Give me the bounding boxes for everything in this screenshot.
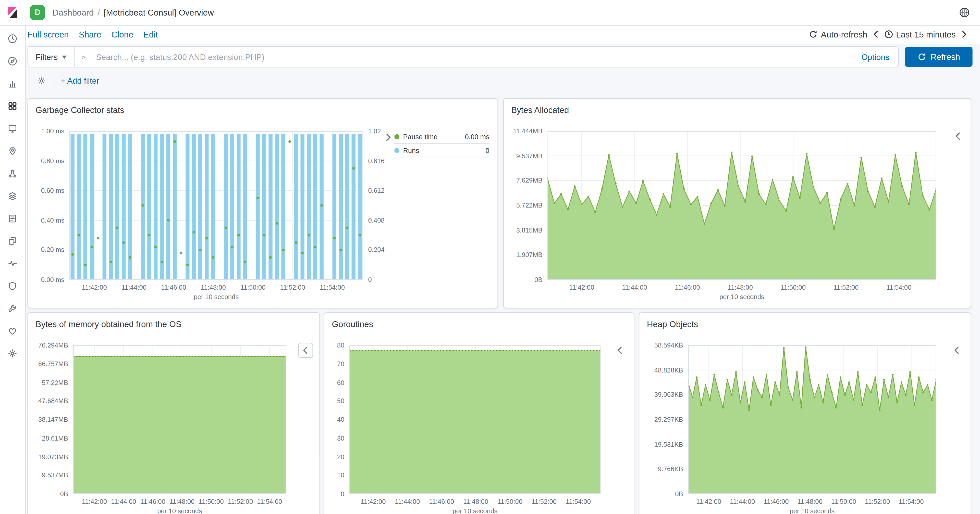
add-filter-link[interactable]: + Add filter xyxy=(61,76,99,86)
axis-label: 0.60 ms xyxy=(28,186,64,195)
axis-label: 0.80 ms xyxy=(28,157,64,165)
memory-os-chart: 76.294MB66.757MB57.22MB47.684MB38.147MB2… xyxy=(28,345,295,514)
siem-icon[interactable] xyxy=(4,277,21,295)
legend-expand-chevron-icon[interactable] xyxy=(952,130,964,142)
axis-label: 0.40 ms xyxy=(28,216,64,224)
visualize-icon[interactable] xyxy=(4,75,21,92)
refresh-button[interactable]: Refresh xyxy=(905,47,972,67)
panel-title: Goroutines xyxy=(332,320,373,329)
full-screen-link[interactable]: Full screen xyxy=(27,30,69,39)
help-icon[interactable] xyxy=(956,4,973,21)
panel-bytes-allocated: Bytes Allocated 11.444MB9.537MB7.629MB5.… xyxy=(503,98,971,308)
axis-label: 11:44:00 xyxy=(614,284,655,292)
axis-label: 11:54:00 xyxy=(879,284,919,292)
logs-icon[interactable] xyxy=(4,210,21,227)
dashboard-icon[interactable] xyxy=(4,97,21,115)
time-back-chevron-icon[interactable] xyxy=(867,30,884,39)
panel-title: Garbage Collector stats xyxy=(36,106,124,115)
axis-label: 11:54:00 xyxy=(312,284,352,292)
axis-label: 20 xyxy=(325,453,344,461)
axis-label: 0.408 xyxy=(368,216,384,224)
chart-plot-area[interactable] xyxy=(349,345,600,494)
space-avatar[interactable]: D xyxy=(30,5,45,20)
axis-label: 19.531KB xyxy=(639,440,683,449)
axis-label: 1.00 ms xyxy=(28,127,64,135)
legend-expand-chevron-icon[interactable] xyxy=(951,344,963,357)
legend-collapse-chevron-icon[interactable] xyxy=(382,131,394,144)
breadcrumb[interactable]: Dashboard xyxy=(52,8,94,17)
divider xyxy=(54,76,54,86)
axis-label: 11:52:00 xyxy=(272,284,313,292)
legend-expand-chevron-icon[interactable] xyxy=(614,344,626,357)
auto-refresh-icon xyxy=(809,30,818,39)
bytes-allocated-chart: 11.444MB9.537MB7.629MB5.722MB3.815MB1.90… xyxy=(504,131,945,303)
axis-label: 19.073MB xyxy=(28,453,68,461)
kibana-logo[interactable] xyxy=(0,0,25,25)
clone-link[interactable]: Clone xyxy=(111,30,133,39)
axis-label: 80 xyxy=(325,341,344,349)
axis-label: 11:46:00 xyxy=(154,284,194,292)
axis-label: 11:46:00 xyxy=(667,284,708,292)
axis-label: 60 xyxy=(325,378,344,387)
axis-label: 1.907MB xyxy=(504,251,542,259)
edit-link[interactable]: Edit xyxy=(143,30,158,39)
chart-plot-area[interactable] xyxy=(688,345,936,494)
axis-label: per 10 seconds xyxy=(69,293,363,301)
axis-label: 50 xyxy=(325,397,344,405)
apm-icon[interactable] xyxy=(4,232,21,250)
axis-label: 10 xyxy=(325,471,344,479)
recently-viewed-icon[interactable] xyxy=(4,30,21,48)
axis-label: 76.294MB xyxy=(28,341,68,349)
panel-heap-objects: Heap Objects 58.594KB48.828KB39.063KB29.… xyxy=(639,312,971,514)
discover-icon[interactable] xyxy=(4,52,21,70)
axis-label: per 10 seconds xyxy=(349,507,600,514)
dev-tools-icon[interactable] xyxy=(4,300,21,317)
filter-settings-gear-icon[interactable] xyxy=(34,73,49,89)
axis-label: 9.537MB xyxy=(28,471,68,479)
auto-refresh-button[interactable]: Auto-refresh xyxy=(809,30,867,39)
axis-label: 57.22MB xyxy=(28,378,68,387)
uptime-icon[interactable] xyxy=(4,255,21,272)
search-input[interactable] xyxy=(95,46,853,67)
kibana-app: D Dashboard / [Metricbeat Consul] Overvi… xyxy=(0,0,980,514)
legend-item-runs[interactable]: Runs 0 xyxy=(394,144,489,157)
stack-monitoring-icon[interactable] xyxy=(4,322,21,340)
chart-plot-area[interactable] xyxy=(69,131,363,280)
machine-learning-icon[interactable] xyxy=(4,165,21,182)
panel-title: Bytes Allocated xyxy=(511,106,569,115)
share-link[interactable]: Share xyxy=(79,30,101,39)
axis-label: 0B xyxy=(504,276,542,284)
query-bar: Filters >_ Options Refresh xyxy=(25,44,980,70)
axis-label: 0B xyxy=(639,490,683,498)
axis-label: 47.684MB xyxy=(28,397,68,405)
time-range-picker[interactable]: Last 15 minutes xyxy=(884,30,956,39)
axis-label: 11:54:00 xyxy=(891,498,931,506)
dashboard-grid: Garbage Collector stats 1.00 ms0.80 ms0.… xyxy=(25,92,980,514)
axis-label: 9.537MB xyxy=(504,152,542,160)
gc-stats-chart: 1.00 ms0.80 ms0.60 ms0.40 ms0.20 ms0.00 … xyxy=(28,131,393,303)
axis-label: 28.61MB xyxy=(28,434,68,443)
infrastructure-icon[interactable] xyxy=(4,187,21,205)
canvas-icon[interactable] xyxy=(4,120,21,137)
heap-objects-chart: 58.594KB48.828KB39.063KB29.297KB19.531KB… xyxy=(639,345,945,514)
management-gear-icon[interactable] xyxy=(4,345,21,362)
filters-caret-icon xyxy=(62,56,67,59)
dashboard-toolbar: Full screen Share Clone Edit Auto-refres… xyxy=(25,25,980,44)
maps-icon[interactable] xyxy=(4,142,21,160)
axis-label: 11:42:00 xyxy=(74,284,115,292)
refresh-icon xyxy=(918,52,926,61)
legend-item-pause-time[interactable]: Pause time 0.00 ms xyxy=(394,130,489,144)
axis-label: 38.147MB xyxy=(28,416,68,424)
goroutines-chart: 8070605040302010011:42:0011:44:0011:46:0… xyxy=(325,345,609,514)
filters-button[interactable]: Filters xyxy=(28,47,75,67)
chart-plot-area[interactable] xyxy=(73,345,286,494)
options-link[interactable]: Options xyxy=(853,52,898,62)
axis-label: 70 xyxy=(325,360,344,368)
axis-label: 9.766KB xyxy=(639,465,683,473)
axis-label: 11:50:00 xyxy=(773,284,813,292)
axis-label: per 10 seconds xyxy=(688,507,936,514)
filter-row: + Add filter xyxy=(25,70,980,92)
time-forward-chevron-icon[interactable] xyxy=(956,30,972,39)
chart-plot-area[interactable] xyxy=(547,131,936,280)
legend-expand-chevron-icon[interactable] xyxy=(298,343,313,358)
